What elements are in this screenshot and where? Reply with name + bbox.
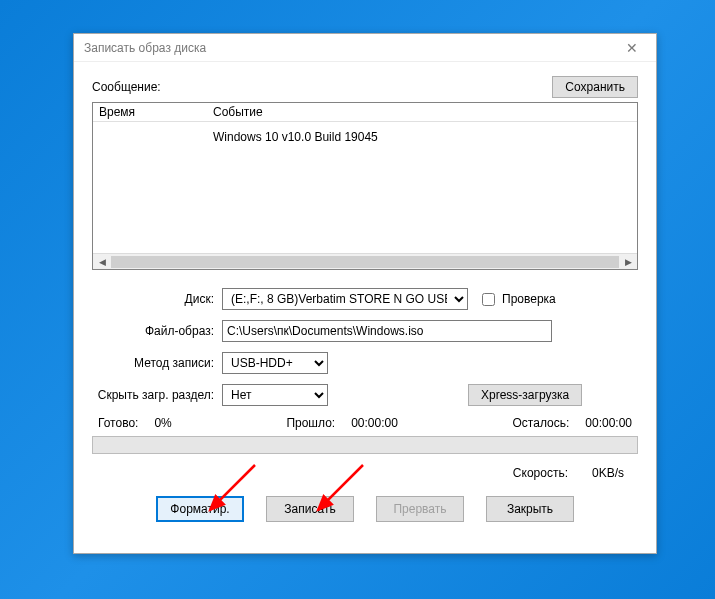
- verify-checkbox-wrap[interactable]: Проверка: [478, 290, 556, 309]
- log-panel: Время Событие Windows 10 v10.0 Build 190…: [92, 102, 638, 270]
- close-button[interactable]: Закрыть: [486, 496, 574, 522]
- save-button[interactable]: Сохранить: [552, 76, 638, 98]
- verify-label: Проверка: [502, 292, 556, 306]
- progress-bar: [92, 436, 638, 454]
- disk-select[interactable]: (E:,F:, 8 GB)Verbatim STORE N GO USB Dev…: [222, 288, 468, 310]
- close-icon[interactable]: ✕: [614, 37, 650, 59]
- remaining-value: 00:00:00: [585, 416, 632, 430]
- speed-value: 0KB/s: [592, 466, 624, 480]
- log-cell-time: [93, 122, 209, 144]
- format-button[interactable]: Форматир.: [156, 496, 244, 522]
- method-label: Метод записи:: [92, 356, 222, 370]
- file-input[interactable]: [222, 320, 552, 342]
- abort-button[interactable]: Прервать: [376, 496, 464, 522]
- hide-label: Скрыть загр. раздел:: [92, 388, 222, 402]
- write-button[interactable]: Записать: [266, 496, 354, 522]
- window-title: Записать образ диска: [84, 41, 206, 55]
- scroll-track[interactable]: [111, 256, 619, 268]
- h-scrollbar[interactable]: ◀ ▶: [93, 253, 637, 269]
- status-row: Готово: 0% Прошло: 00:00:00 Осталось: 00…: [92, 416, 638, 430]
- dialog-window: Записать образ диска ✕ Сообщение: Сохран…: [73, 33, 657, 554]
- message-label: Сообщение:: [92, 80, 161, 94]
- ready-value: 0%: [154, 416, 171, 430]
- titlebar: Записать образ диска ✕: [74, 34, 656, 62]
- elapsed-value: 00:00:00: [351, 416, 398, 430]
- xpress-button[interactable]: Xpress-загрузка: [468, 384, 582, 406]
- log-row: Windows 10 v10.0 Build 19045: [93, 122, 637, 144]
- verify-checkbox[interactable]: [482, 293, 495, 306]
- content-area: Сообщение: Сохранить Время Событие Windo…: [74, 62, 656, 538]
- disk-label: Диск:: [92, 292, 222, 306]
- hide-select[interactable]: Нет: [222, 384, 328, 406]
- log-col-event: Событие: [209, 105, 637, 119]
- log-col-time: Время: [93, 105, 209, 119]
- scroll-left-icon[interactable]: ◀: [95, 255, 109, 269]
- method-select[interactable]: USB-HDD+: [222, 352, 328, 374]
- elapsed-label: Прошло:: [286, 416, 335, 430]
- remaining-label: Осталось:: [513, 416, 570, 430]
- scroll-right-icon[interactable]: ▶: [621, 255, 635, 269]
- ready-label: Готово:: [98, 416, 138, 430]
- log-cell-event: Windows 10 v10.0 Build 19045: [209, 122, 637, 144]
- log-header: Время Событие: [93, 103, 637, 122]
- file-label: Файл-образ:: [92, 324, 222, 338]
- log-body: Windows 10 v10.0 Build 19045: [93, 122, 637, 253]
- speed-label: Скорость:: [513, 466, 568, 480]
